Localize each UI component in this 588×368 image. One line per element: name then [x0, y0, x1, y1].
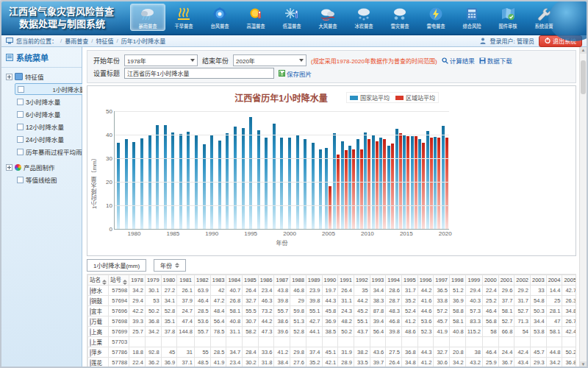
table-row[interactable]: 莲花5778822.436.236.937.148.541.923.430.23… [88, 358, 577, 368]
sort-icon[interactable] [175, 263, 179, 268]
checkbox-icon[interactable] [17, 177, 24, 183]
col-header-year[interactable]: 1987 [274, 275, 290, 286]
col-header-year[interactable]: 2000 [482, 275, 498, 286]
vertical-scrollbar[interactable]: ▲ ▼ [579, 47, 587, 368]
nav-item-hail[interactable]: 冰雹普查 [346, 4, 381, 31]
table-scroll-area[interactable]: 站名 站号 1978197919801981198219831984198519… [87, 274, 576, 368]
end-year-select[interactable]: 2020年 [233, 54, 306, 66]
year-field-box[interactable]: 年份 [154, 259, 186, 272]
row-expand-icon[interactable] [90, 318, 91, 326]
sidebar-group-header[interactable]: 特征值 [6, 71, 80, 82]
nav-item-typhoon[interactable]: 台风普查 [202, 4, 237, 31]
station-name-cell[interactable]: 莲花 [90, 358, 107, 367]
vertical-scrollbar-thumb[interactable] [581, 60, 586, 94]
station-name-cell[interactable]: 上栗 [90, 338, 107, 346]
nav-item-lightning[interactable]: 雷电普查 [418, 4, 453, 31]
col-header-year[interactable]: 1979 [145, 275, 161, 286]
nav-item-settings[interactable]: 系统设置 [526, 4, 562, 31]
table-row[interactable]: 万载5769839.336.835.147.453.656.440.830.74… [88, 316, 577, 327]
col-header-year[interactable]: 2003 [531, 275, 547, 286]
table-row[interactable]: 萍乡5778618.892.845315528.534.728.433.641.… [88, 347, 577, 358]
save-image-button[interactable]: 保存图片 [279, 69, 312, 78]
checkbox-icon[interactable] [17, 149, 24, 155]
station-name-cell[interactable]: 万载 [90, 317, 107, 325]
nav-item-map-review[interactable]: 图件审核 [490, 4, 526, 31]
col-header-year[interactable]: 1986 [258, 275, 274, 286]
col-header-year[interactable]: 1996 [417, 275, 434, 286]
col-header-year[interactable]: 1994 [386, 275, 402, 286]
sidebar-item[interactable]: 等值线绘图 [15, 174, 80, 185]
station-name-cell[interactable]: 宜丰 [90, 307, 107, 315]
col-header-year[interactable]: 1978 [129, 275, 146, 286]
col-header-year[interactable]: 2005 [562, 275, 576, 286]
col-header-year[interactable]: 1989 [306, 275, 322, 286]
nav-item-snow[interactable]: 雪灾普查 [382, 4, 417, 31]
row-expand-icon[interactable] [90, 308, 91, 316]
legend-item[interactable]: 区域站平均 [395, 93, 435, 102]
col-header-year[interactable]: 2001 [498, 275, 514, 286]
checkbox-icon[interactable] [18, 86, 24, 93]
checkbox-icon[interactable] [17, 136, 24, 143]
col-header-year[interactable]: 1983 [210, 275, 226, 286]
row-expand-icon[interactable] [90, 339, 91, 347]
nav-item-rainstorm[interactable]: 暴雨普查 [130, 4, 165, 31]
col-header-year[interactable]: 1998 [450, 275, 466, 286]
col-header-year[interactable]: 1985 [243, 275, 259, 286]
table-row[interactable]: 铜鼓5769429.45334.137.946.447.226.832.746.… [88, 296, 577, 306]
nav-item-composite-risk[interactable]: 综合风险 [454, 4, 490, 31]
row-expand-icon[interactable] [90, 287, 91, 295]
table-row[interactable]: 宜丰5769642.250.252.824.728.548.458.155.57… [88, 306, 577, 316]
table-row[interactable]: 修水5759834.230.127.226.163.94240.726.423.… [88, 286, 577, 296]
sidebar-group-header[interactable]: 产品图制作 [6, 161, 80, 173]
legend-item[interactable]: 国家站平均 [350, 93, 390, 102]
unit-field-box[interactable]: 1小时降水量(mm) [87, 259, 146, 272]
col-header-year[interactable]: 1995 [401, 275, 417, 286]
col-header-year[interactable]: 1991 [338, 275, 354, 286]
col-header-year[interactable]: 1981 [177, 275, 195, 286]
nav-item-wind[interactable]: 大风普查 [310, 4, 345, 31]
station-name-cell[interactable]: 修水 [90, 286, 107, 294]
download-button[interactable]: 数据下载 [479, 56, 512, 65]
col-header-year[interactable]: 1980 [161, 275, 177, 286]
checkbox-icon[interactable] [17, 99, 24, 105]
checkbox-icon[interactable] [17, 124, 24, 130]
row-expand-icon[interactable] [90, 328, 91, 336]
station-name-cell[interactable]: 铜鼓 [90, 297, 107, 305]
compute-button[interactable]: 计算结果 [442, 56, 475, 65]
sidebar-item[interactable]: 6小时降水量 [15, 108, 80, 120]
sidebar-item[interactable]: 3小时降水量 [15, 96, 80, 107]
sidebar-item[interactable]: 1小时降水量 [15, 83, 88, 95]
col-header-year[interactable]: 2002 [514, 275, 531, 286]
col-header-station-id[interactable]: 站号 [109, 275, 129, 286]
row-expand-icon[interactable] [90, 359, 91, 367]
nav-item-low-temp[interactable]: 低温普查 [274, 4, 309, 31]
col-header-year[interactable]: 1999 [465, 275, 482, 286]
station-name-cell[interactable]: 萍乡 [90, 348, 107, 356]
start-year-select[interactable]: 1978年 [124, 54, 198, 66]
col-header-year[interactable]: 1984 [226, 275, 243, 286]
chart-title-input[interactable] [124, 68, 274, 79]
nav-item-drought[interactable]: 干旱普查 [166, 4, 201, 31]
col-header-year[interactable]: 1982 [195, 275, 211, 286]
table-row[interactable]: 上栗57703 [88, 337, 577, 347]
col-header-year[interactable]: 1990 [322, 275, 338, 286]
row-expand-icon[interactable] [90, 349, 91, 357]
col-header-year[interactable]: 1993 [370, 275, 386, 286]
col-header-station-name[interactable]: 站名 [88, 275, 109, 286]
row-expand-icon[interactable] [90, 297, 91, 305]
sort-icon[interactable] [102, 280, 107, 285]
col-header-year[interactable]: 1997 [434, 275, 450, 286]
table-row[interactable]: 上高5769925.734.237.8144.855.778.531.158.2… [88, 327, 577, 337]
expander-icon[interactable] [6, 164, 12, 171]
nav-item-high-temp[interactable]: 高温普查 [238, 4, 273, 31]
sidebar-item[interactable]: 12小时降水量 [15, 121, 80, 132]
col-header-year[interactable]: 1988 [290, 275, 306, 286]
scroll-down-arrow[interactable]: ▼ [580, 361, 587, 368]
sort-icon[interactable] [123, 280, 127, 285]
expander-icon[interactable] [6, 74, 12, 80]
sidebar-item[interactable]: 24小时降水量 [15, 133, 80, 145]
col-header-year[interactable]: 2004 [546, 275, 562, 286]
col-header-year[interactable]: 1992 [354, 275, 370, 286]
sidebar-item[interactable]: 历年暴雨过程平均雨量 [15, 146, 80, 158]
scroll-up-arrow[interactable]: ▲ [580, 47, 587, 54]
